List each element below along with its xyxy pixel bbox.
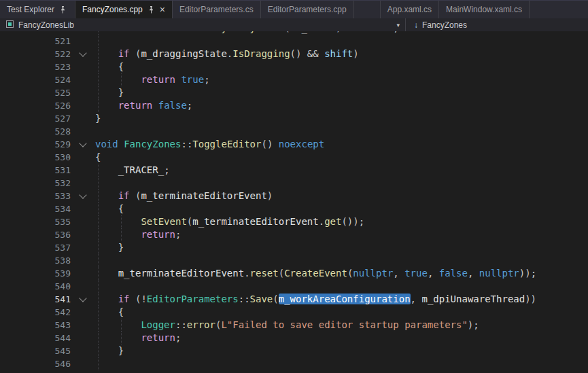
project-icon <box>5 20 14 31</box>
line-number: 544 <box>0 332 71 344</box>
indent-guide <box>98 280 99 293</box>
scope-dropdown[interactable]: ↓ FancyZones <box>405 18 472 31</box>
fold-margin <box>71 60 95 73</box>
line-number: 528 <box>0 125 71 138</box>
fold-chevron-icon[interactable] <box>79 49 86 56</box>
tab-fancyzones-cpp[interactable]: FancyZones.cpp × <box>75 1 173 18</box>
fold-margin <box>71 293 95 306</box>
code-text[interactable]: bool shift = GetAsyncKeyState(VK_SHIFT) … <box>95 31 399 35</box>
code-line[interactable]: 535SetEvent(m_terminateEditorEvent.get()… <box>0 215 588 228</box>
code-line[interactable]: 545} <box>0 344 588 357</box>
code-line[interactable]: 522if (m_draggingState.IsDragging() && s… <box>0 48 588 60</box>
line-number: 525 <box>0 86 71 99</box>
code-text[interactable]: return false; <box>95 99 192 112</box>
code-line[interactable]: 541if (!EditorParameters::Save(m_workAre… <box>0 293 588 306</box>
code-text[interactable]: } <box>95 112 101 125</box>
navigation-bar: FancyZonesLib ▾ ↓ FancyZones <box>0 18 588 31</box>
line-number: 539 <box>0 267 71 280</box>
code-line[interactable]: 524return true; <box>0 73 588 86</box>
code-text[interactable]: Logger::error(L"Failed to save editor st… <box>95 319 479 332</box>
pin-icon[interactable] <box>59 6 67 14</box>
code-text[interactable]: { <box>95 306 124 319</box>
fold-chevron-icon[interactable] <box>79 139 86 147</box>
code-text[interactable]: { <box>95 202 124 215</box>
pin-icon[interactable] <box>148 6 155 14</box>
tab-app-xaml-cs[interactable]: App.xaml.cs <box>380 1 439 18</box>
code-text[interactable]: } <box>95 241 124 254</box>
code-text[interactable]: } <box>95 86 124 99</box>
code-text[interactable]: if (m_draggingState.IsDragging() && shif… <box>95 48 359 60</box>
code-line[interactable]: 533if (m_terminateEditorEvent) <box>0 190 588 202</box>
code-line[interactable]: 532 <box>0 177 588 190</box>
code-text[interactable]: _TRACER_; <box>95 164 170 177</box>
fold-margin <box>71 99 95 112</box>
code-text[interactable]: if (m_terminateEditorEvent) <box>95 190 273 202</box>
code-line[interactable]: 531_TRACER_; <box>0 164 588 177</box>
fold-margin <box>71 202 95 215</box>
fold-margin <box>71 151 95 164</box>
code-editor: 520bool shift = GetAsyncKeyState(VK_SHIF… <box>0 31 588 373</box>
code-line[interactable]: 540 <box>0 280 588 293</box>
code-line[interactable]: 527} <box>0 112 588 125</box>
chevron-down-icon[interactable]: ▾ <box>396 22 400 29</box>
project-dropdown[interactable]: FancyZonesLib ▾ <box>0 18 405 31</box>
code-line[interactable]: 537} <box>0 241 588 254</box>
code-line[interactable]: 544return; <box>0 332 588 344</box>
code-line[interactable]: 530{ <box>0 151 588 164</box>
fold-margin <box>71 344 95 357</box>
tab-label: EditorParameters.cs <box>179 5 254 14</box>
code-line[interactable]: 525} <box>0 86 588 99</box>
line-number: 530 <box>0 151 71 164</box>
fold-chevron-icon[interactable] <box>79 191 86 198</box>
code-line[interactable]: 546 <box>0 357 588 370</box>
tab-test-explorer[interactable]: Test Explorer <box>0 1 75 18</box>
line-number: 543 <box>0 319 71 332</box>
scope-name: FancyZones <box>422 20 467 30</box>
code-text[interactable]: { <box>95 60 124 73</box>
fold-margin <box>71 73 95 86</box>
line-number: 536 <box>0 228 71 241</box>
fold-margin <box>71 319 95 332</box>
code-text[interactable]: SetEvent(m_terminateEditorEvent.get()); <box>95 215 364 228</box>
code-line[interactable]: 543Logger::error(L"Failed to save editor… <box>0 319 588 332</box>
fold-margin <box>71 241 95 254</box>
code-text[interactable]: m_terminateEditorEvent.reset(CreateEvent… <box>95 267 536 280</box>
line-number: 542 <box>0 306 71 319</box>
code-lines: 520bool shift = GetAsyncKeyState(VK_SHIF… <box>0 31 588 370</box>
code-text[interactable]: { <box>95 151 101 164</box>
code-line[interactable]: 536return; <box>0 228 588 241</box>
indent-guide <box>98 357 99 370</box>
fold-margin <box>71 164 95 177</box>
line-number: 521 <box>0 35 71 48</box>
tab-strip: Test Explorer FancyZones.cpp × EditorPar… <box>0 0 588 18</box>
fold-margin <box>71 357 95 370</box>
code-line[interactable]: 534{ <box>0 202 588 215</box>
close-icon[interactable]: × <box>160 5 165 14</box>
code-text[interactable]: if (!EditorParameters::Save(m_workAreaCo… <box>95 293 536 306</box>
tab-label: FancyZones.cpp <box>82 5 143 14</box>
code-line[interactable]: 538 <box>0 254 588 267</box>
tab-editorparameters-cpp[interactable]: EditorParameters.cpp <box>261 1 354 18</box>
tab-mainwindow-xaml-cs[interactable]: MainWindow.xaml.cs <box>439 1 530 18</box>
code-text[interactable]: return; <box>95 332 181 344</box>
fold-margin <box>71 306 95 319</box>
code-line[interactable]: 542{ <box>0 306 588 319</box>
code-line[interactable]: 526return false; <box>0 99 588 112</box>
fold-margin <box>71 112 95 125</box>
fold-chevron-icon[interactable] <box>79 294 86 302</box>
tab-editorparameters-cs[interactable]: EditorParameters.cs <box>173 1 261 18</box>
code-line[interactable]: 521 <box>0 35 588 48</box>
code-text[interactable]: } <box>95 344 124 357</box>
code-line[interactable]: 539m_terminateEditorEvent.reset(CreateEv… <box>0 267 588 280</box>
code-text[interactable]: void FancyZones::ToggleEditor() noexcept <box>95 138 324 151</box>
line-number: 529 <box>0 138 71 151</box>
code-line[interactable]: 529void FancyZones::ToggleEditor() noexc… <box>0 138 588 151</box>
code-line[interactable]: 523{ <box>0 60 588 73</box>
code-text[interactable]: return; <box>95 228 181 241</box>
code-text[interactable]: return true; <box>95 73 210 86</box>
tab-label: MainWindow.xaml.cs <box>446 5 522 14</box>
line-number: 533 <box>0 190 71 202</box>
code-line[interactable]: 528 <box>0 125 588 138</box>
fold-margin <box>71 228 95 241</box>
fold-margin <box>71 35 95 48</box>
